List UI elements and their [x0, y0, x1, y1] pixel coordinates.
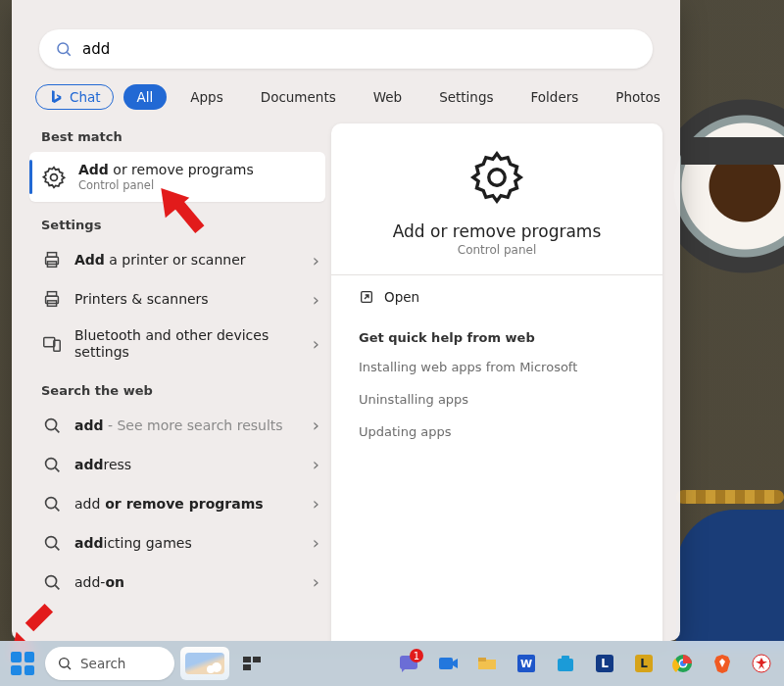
chevron-right-icon: ›	[313, 454, 319, 474]
taskbar-app-red[interactable]	[745, 647, 778, 680]
tab-all[interactable]: All	[123, 84, 168, 110]
tab-label: Apps	[190, 89, 222, 105]
svg-rect-27	[243, 664, 251, 670]
action-open[interactable]: Open	[357, 275, 637, 318]
help-link-label: Installing web apps from Microsoft	[359, 360, 577, 374]
taskbar-chrome[interactable]	[666, 647, 700, 680]
result-label: add - See more search results	[74, 417, 283, 433]
svg-rect-4	[47, 253, 56, 258]
taskbar-store[interactable]	[549, 647, 582, 680]
taskbar-brave[interactable]	[706, 647, 739, 680]
result-label: addicting games	[74, 535, 192, 551]
chevron-right-icon: ›	[313, 532, 319, 553]
tab-label: Web	[373, 89, 402, 105]
start-button[interactable]	[6, 647, 39, 680]
help-link-label: Updating apps	[359, 424, 452, 439]
settings-result-bluetooth-devices[interactable]: Bluetooth and other devices settings ›	[29, 318, 325, 369]
section-settings: Settings	[41, 218, 321, 232]
tab-documents[interactable]: Documents	[247, 84, 350, 110]
chevron-right-icon: ›	[313, 493, 319, 514]
svg-line-24	[68, 666, 71, 669]
svg-point-0	[58, 43, 69, 54]
tab-label: Documents	[261, 89, 336, 105]
tab-apps[interactable]: Apps	[176, 84, 236, 110]
svg-rect-29	[439, 658, 453, 669]
svg-line-16	[55, 507, 59, 511]
svg-line-18	[55, 546, 59, 550]
help-link[interactable]: Installing web apps from Microsoft	[357, 351, 637, 383]
gear-icon	[41, 165, 67, 190]
search-icon	[41, 454, 63, 475]
svg-text:L: L	[601, 657, 609, 670]
svg-point-19	[46, 575, 57, 586]
gear-icon	[468, 149, 525, 206]
taskbar-word[interactable]: W	[510, 647, 543, 680]
start-search-panel: Chat All Apps Documents Web Settings Fol…	[12, 0, 680, 641]
best-match-title: Add or remove programs	[78, 162, 254, 177]
svg-point-2	[51, 173, 58, 180]
taskbar-explorer[interactable]	[470, 647, 504, 680]
result-label: Printers & scanners	[74, 291, 209, 307]
open-icon	[359, 289, 374, 305]
search-input[interactable]	[82, 40, 637, 58]
web-result[interactable]: add-on ›	[29, 563, 325, 602]
web-result[interactable]: addicting games ›	[29, 523, 325, 563]
svg-rect-25	[243, 657, 251, 662]
result-label: address	[74, 457, 131, 472]
tab-web[interactable]: Web	[360, 84, 416, 110]
preview-subtitle: Control panel	[458, 243, 536, 257]
taskbar-camera[interactable]	[431, 647, 465, 680]
svg-point-11	[46, 418, 57, 429]
help-link-label: Uninstalling apps	[359, 392, 468, 407]
tab-photos[interactable]: Photos	[602, 84, 674, 110]
taskbar-chat[interactable]: 1	[392, 647, 425, 680]
chevron-right-icon: ›	[313, 571, 319, 592]
svg-line-1	[67, 52, 70, 55]
tab-chat[interactable]: Chat	[35, 84, 114, 110]
search-bar[interactable]	[39, 29, 653, 69]
svg-rect-26	[253, 657, 261, 662]
chevron-right-icon: ›	[313, 289, 319, 310]
tab-label: Settings	[439, 89, 493, 105]
web-result[interactable]: add - See more search results ›	[29, 406, 325, 445]
settings-result-printers-scanners[interactable]: Printers & scanners ›	[29, 279, 325, 318]
web-result[interactable]: address ›	[29, 445, 325, 484]
result-label: Add a printer or scanner	[74, 252, 246, 268]
search-icon	[41, 415, 63, 436]
preview-column: Add or remove programs Control panel Ope…	[331, 123, 680, 641]
taskbar-app-l[interactable]: L	[588, 647, 621, 680]
result-label: add-on	[74, 574, 124, 590]
tab-folders[interactable]: Folders	[517, 84, 593, 110]
search-icon	[41, 532, 63, 554]
action-open-label: Open	[384, 289, 419, 305]
taskbar-widgets[interactable]	[180, 647, 229, 680]
web-result[interactable]: add or remove programs ›	[29, 484, 325, 523]
taskbar-app-l2[interactable]: L	[627, 647, 661, 680]
taskbar-task-view[interactable]	[235, 647, 269, 680]
tab-label: Photos	[615, 89, 661, 105]
svg-text:L: L	[640, 657, 648, 670]
preview-card: Add or remove programs Control panel Ope…	[331, 123, 662, 641]
svg-rect-7	[47, 292, 56, 297]
settings-result-add-printer[interactable]: Add a printer or scanner ›	[29, 240, 325, 279]
svg-point-23	[60, 659, 69, 667]
svg-point-17	[46, 536, 57, 547]
tab-label: Folders	[531, 89, 579, 105]
help-link[interactable]: Uninstalling apps	[357, 383, 637, 416]
section-best-match: Best match	[41, 129, 321, 144]
tab-settings[interactable]: Settings	[425, 84, 507, 110]
taskbar-search[interactable]: Search	[45, 647, 174, 680]
help-link[interactable]: Updating apps	[357, 416, 637, 448]
result-label: Bluetooth and other devices settings	[74, 327, 270, 361]
svg-rect-34	[562, 656, 569, 660]
svg-rect-30	[478, 658, 486, 662]
devices-icon	[41, 333, 63, 355]
search-icon	[41, 571, 63, 593]
printer-icon	[41, 249, 63, 270]
tab-all-label: All	[137, 89, 154, 105]
chevron-right-icon: ›	[313, 333, 319, 354]
svg-point-21	[489, 170, 505, 185]
svg-point-13	[46, 458, 57, 468]
chevron-right-icon: ›	[313, 415, 319, 435]
notification-badge: 1	[410, 649, 423, 662]
